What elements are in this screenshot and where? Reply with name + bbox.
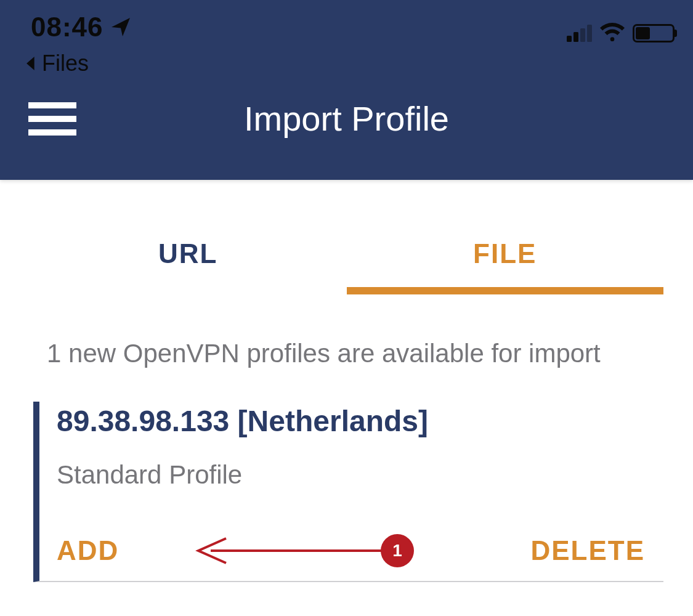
back-label: Files — [42, 51, 89, 76]
annotation-badge: 1 — [381, 534, 414, 567]
status-bar: 08:46 — [0, 0, 693, 43]
back-to-files-button[interactable]: Files — [0, 51, 693, 76]
location-icon — [110, 16, 132, 38]
tab-url[interactable]: URL — [30, 217, 347, 291]
wifi-icon — [599, 23, 625, 44]
status-bar-left: 08:46 — [31, 12, 132, 43]
profile-actions: ADD 1 DELETE — [57, 535, 663, 566]
import-status-text: 1 new OpenVPN profiles are available for… — [30, 339, 663, 368]
page-title: Import Profile — [28, 99, 665, 139]
add-button[interactable]: ADD — [57, 535, 119, 566]
delete-button[interactable]: DELETE — [530, 535, 645, 566]
status-time: 08:46 — [31, 12, 103, 43]
nav-row: Import Profile — [0, 99, 693, 139]
app-header: 08:46 Files Import Profile — [0, 0, 693, 180]
profile-subtitle: Standard Profile — [57, 460, 663, 490]
status-bar-right — [567, 23, 675, 44]
tab-file[interactable]: FILE — [347, 217, 664, 291]
profile-item: 89.38.98.133 [Netherlands] Standard Prof… — [33, 402, 663, 582]
cellular-icon — [567, 25, 592, 42]
content-area: URL FILE 1 new OpenVPN profiles are avai… — [0, 180, 693, 582]
tab-bar: URL FILE — [30, 217, 663, 291]
battery-icon — [633, 24, 675, 43]
profile-title: 89.38.98.133 [Netherlands] — [57, 404, 663, 438]
annotation-arrow: 1 — [192, 534, 414, 567]
